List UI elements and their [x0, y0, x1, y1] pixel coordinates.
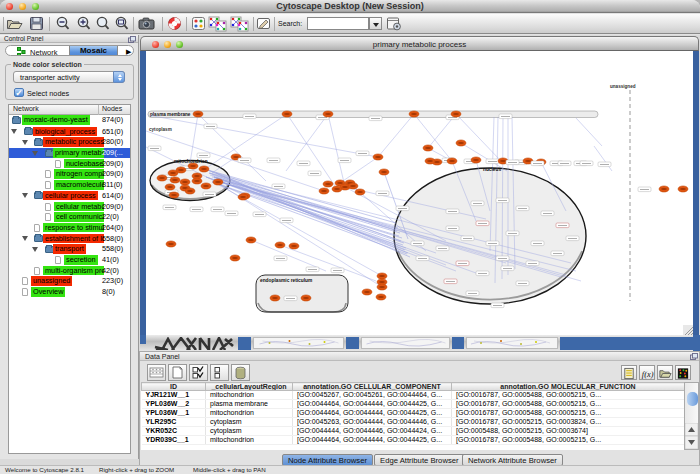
- svg-text:unassigned: unassigned: [610, 84, 636, 89]
- svg-text:endoplasmic reticulum: endoplasmic reticulum: [260, 278, 312, 283]
- svg-text:mitochondrion: mitochondrion: [174, 159, 208, 164]
- svg-text:f(x): f(x): [642, 370, 654, 379]
- svg-text:nucleus: nucleus: [483, 167, 501, 172]
- svg-text:cytoplasm: cytoplasm: [149, 127, 172, 132]
